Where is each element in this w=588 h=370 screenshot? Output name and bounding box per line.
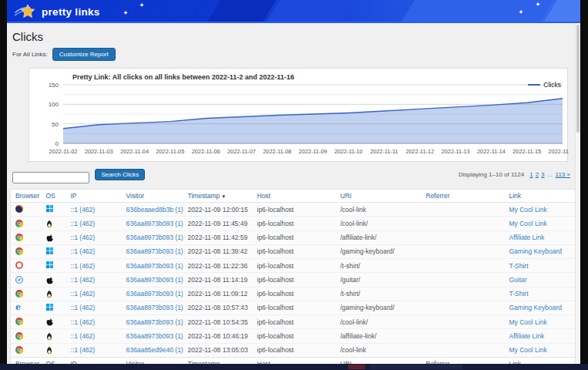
chart-y-tick-label: 150 — [49, 82, 59, 89]
timestamp-value: 2022-11-08 11:42:59 — [188, 234, 248, 241]
ip-link[interactable]: ::1 (462) — [71, 220, 96, 227]
column-header-browser[interactable]: Browser — [11, 357, 42, 364]
legend-label: Clicks — [543, 81, 561, 89]
chart-x-tick-label: 2022-11-09 — [299, 148, 328, 155]
pretty-link-link[interactable]: T-Shirt — [509, 262, 529, 270]
uri-value: /guitar/ — [341, 276, 361, 284]
ip-link[interactable]: ::1 (462) — [71, 332, 96, 340]
chart-x-tick-label: 2022-11-13 — [442, 148, 470, 155]
linux-icon — [46, 290, 54, 298]
column-header-uri[interactable]: URI — [336, 190, 422, 203]
table-row: ::1 (462)636beaaed8b3b (1)2022-11-09 12:… — [11, 203, 578, 217]
table-row: ::1 (462)636aa85ed9e40 (1)2022-11-08 13:… — [11, 343, 578, 357]
visitor-link[interactable]: 636aa8973b093 (1) — [126, 332, 183, 340]
pretty-link-link[interactable]: Gaming Keyboard — [509, 247, 563, 255]
pretty-link-link[interactable]: My Cool Link — [509, 220, 547, 227]
content: Clicks For All Links: Customize Report 0… — [7, 23, 575, 364]
ip-link[interactable]: ::1 (462) — [71, 318, 96, 326]
report-bar: For All Links: Customize Report — [12, 48, 572, 61]
banner-stripe — [260, 0, 358, 23]
column-header-label: IP — [71, 192, 77, 200]
column-header-label: Referrer — [426, 192, 450, 200]
sparkle-icon: ✦ — [139, 2, 144, 8]
column-header-ip[interactable]: IP — [66, 190, 122, 203]
pretty-link-link[interactable]: Gaming Keyboard — [509, 304, 563, 311]
column-header-visitor[interactable]: Visitor — [122, 357, 183, 364]
visitor-link[interactable]: 636aa8973b093 (1) — [126, 304, 183, 311]
pretty-link-link[interactable]: My Cool Link — [509, 206, 547, 214]
ip-link[interactable]: ::1 (462) — [71, 304, 96, 311]
search-clicks-button[interactable]: Search Clicks — [95, 169, 145, 180]
customize-report-button[interactable]: Customize Report — [52, 48, 116, 61]
column-header-os[interactable]: OS — [42, 357, 66, 364]
column-header-link[interactable]: Link — [505, 357, 578, 364]
scrollbar-thumb[interactable] — [576, 25, 580, 133]
last-page-link[interactable]: 113 » — [556, 171, 570, 178]
chart-x-tick-label: 2022-11-15 — [512, 148, 541, 155]
page-link[interactable]: 1 — [529, 171, 533, 178]
column-header-os[interactable]: OS — [42, 190, 66, 203]
pagination-top: Displaying 1–10 of 1124123…113 » — [459, 171, 570, 178]
bottom-bar-red-segment — [348, 365, 365, 369]
scrollbar[interactable] — [575, 23, 580, 364]
clicks-table-head: BrowserOSIPVisitorTimestamp▼HostURIRefer… — [11, 190, 578, 203]
apple-icon — [46, 276, 54, 284]
ip-link[interactable]: ::1 (462) — [71, 290, 96, 298]
pagination-ellipsis: … — [547, 171, 553, 178]
chart-x-tick-label: 2022-11-10 — [334, 148, 363, 155]
visitor-link[interactable]: 636aa8973b093 (1) — [126, 290, 183, 298]
column-header-label: URI — [341, 192, 352, 200]
sort-descending-icon: ▼ — [221, 194, 226, 199]
displaying-summary: Displaying 1–10 of 1124 — [459, 171, 524, 178]
visitor-link[interactable]: 636aa8973b093 (1) — [126, 318, 183, 326]
table-row: ::1 (462)636aa8973b093 (1)2022-11-08 11:… — [11, 244, 578, 258]
visitor-link[interactable]: 636aa8973b093 (1) — [126, 247, 183, 255]
visitor-link[interactable]: 636aa8973b093 (1) — [126, 276, 183, 284]
clicks-table-foot: BrowserOSIPVisitorTimestampHostURIReferr… — [11, 357, 578, 364]
list-controls: Search Clicks Displaying 1–10 of 1124123… — [12, 169, 572, 184]
clicks-table: BrowserOSIPVisitorTimestamp▼HostURIRefer… — [10, 189, 578, 364]
linux-icon — [46, 220, 54, 228]
visitor-link[interactable]: 636aa8973b093 (1) — [126, 220, 183, 227]
column-header-host[interactable]: Host — [253, 190, 336, 203]
column-header-timestamp[interactable]: Timestamp▼ — [183, 190, 253, 203]
column-header-visitor[interactable]: Visitor — [122, 190, 183, 203]
column-header-timestamp[interactable]: Timestamp — [183, 357, 253, 364]
table-row: ::1 (462)636aa8973b093 (1)2022-11-08 11:… — [11, 273, 578, 287]
pretty-link-link[interactable]: Affiliate Link — [509, 332, 545, 340]
firefox-icon — [15, 205, 23, 214]
ip-link[interactable]: ::1 (462) — [71, 247, 96, 255]
ip-link[interactable]: ::1 (462) — [71, 206, 96, 214]
search-input[interactable] — [12, 172, 89, 183]
column-header-referrer[interactable]: Referrer — [422, 357, 505, 364]
uri-value: /gaming-keyboard/ — [341, 304, 395, 311]
pretty-link-link[interactable]: My Cool Link — [509, 346, 547, 354]
column-header-host[interactable]: Host — [253, 357, 336, 364]
safari-icon — [15, 276, 23, 284]
ip-link[interactable]: ::1 (462) — [71, 346, 96, 354]
column-header-ip[interactable]: IP — [66, 357, 122, 364]
page-link[interactable]: 2 — [536, 171, 539, 178]
ip-link[interactable]: ::1 (462) — [71, 262, 96, 270]
visitor-link[interactable]: 636beaaed8b3b (1) — [126, 206, 183, 214]
page-link[interactable]: 3 — [541, 171, 544, 178]
pretty-link-link[interactable]: Affiliate Link — [509, 234, 545, 241]
chrome-icon — [15, 234, 23, 242]
visitor-link[interactable]: 636aa8973b093 (1) — [126, 262, 183, 270]
pretty-link-link[interactable]: My Cool Link — [509, 318, 547, 326]
pretty-link-link[interactable]: Guitar — [509, 276, 527, 284]
for-all-links-label: For All Links: — [12, 51, 48, 58]
pretty-link-link[interactable]: T-Shirt — [509, 290, 529, 298]
chart-x-tick-label: 2022-11-05 — [156, 148, 184, 155]
timestamp-value: 2022-11-08 11:14:19 — [188, 276, 248, 284]
column-header-uri[interactable]: URI — [336, 357, 422, 364]
chart-x-tick-label: 2022-11-11 — [370, 148, 398, 155]
column-header-referrer[interactable]: Referrer — [422, 190, 505, 203]
ip-link[interactable]: ::1 (462) — [71, 234, 96, 241]
visitor-link[interactable]: 636aa8973b093 (1) — [126, 234, 183, 241]
column-header-browser[interactable]: Browser — [11, 190, 42, 203]
visitor-link[interactable]: 636aa85ed9e40 (1) — [126, 346, 183, 354]
column-header-link[interactable]: Link — [505, 190, 578, 203]
edge-icon: e — [15, 304, 23, 312]
ip-link[interactable]: ::1 (462) — [71, 276, 96, 284]
